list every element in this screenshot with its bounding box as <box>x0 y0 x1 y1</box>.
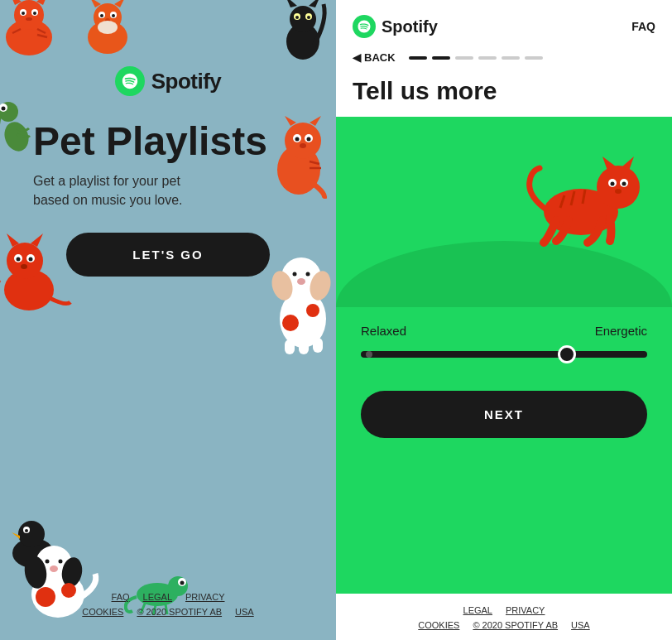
right-footer-privacy[interactable]: PRIVACY <box>506 605 545 615</box>
progress-dot-1 <box>409 56 427 60</box>
back-chevron-icon: ◀ <box>353 51 361 64</box>
svg-point-58 <box>307 269 334 303</box>
svg-point-79 <box>56 556 65 565</box>
right-footer-usa[interactable]: USA <box>571 620 590 630</box>
svg-point-50 <box>26 254 35 262</box>
spotify-logo: Spotify <box>115 66 222 96</box>
svg-point-100 <box>615 189 622 194</box>
right-spotify-icon <box>353 15 376 38</box>
svg-point-6 <box>22 12 25 15</box>
hero-subtitle: Get a playlist for your petbased on musi… <box>33 172 303 209</box>
svg-rect-66 <box>285 339 295 354</box>
right-footer-cookies[interactable]: COOKIES <box>418 620 459 630</box>
left-footer: FAQ LEGAL PRIVACY COOKIES © 2020 SPOTIFY… <box>0 592 336 617</box>
progress-indicator <box>409 56 543 60</box>
svg-point-20 <box>105 18 110 23</box>
progress-dot-4 <box>478 56 497 60</box>
svg-point-17 <box>110 12 117 18</box>
svg-point-7 <box>33 12 36 15</box>
svg-line-11 <box>12 29 21 33</box>
svg-point-64 <box>282 315 299 331</box>
svg-line-10 <box>37 35 47 37</box>
svg-marker-2 <box>10 0 22 5</box>
footer-privacy-link[interactable]: PRIVACY <box>185 592 224 602</box>
svg-point-82 <box>50 565 58 572</box>
svg-point-65 <box>306 304 319 317</box>
svg-marker-24 <box>286 0 297 7</box>
slider-right-label: Energetic <box>595 324 647 338</box>
svg-point-18 <box>100 14 103 17</box>
slider-section: Relaxed Energetic NEXT <box>336 307 672 594</box>
spotify-icon <box>115 66 145 96</box>
progress-dot-2 <box>432 56 450 60</box>
footer-usa-link[interactable]: USA <box>235 607 254 617</box>
svg-point-1 <box>14 0 44 30</box>
svg-point-70 <box>18 521 45 547</box>
svg-point-69 <box>12 538 54 568</box>
svg-point-22 <box>286 23 319 60</box>
cat-orange-topleft-icon <box>0 0 66 58</box>
footer-legal-link[interactable]: LEGAL <box>143 592 172 602</box>
svg-rect-68 <box>313 338 323 353</box>
right-nav: ◀ BACK <box>336 45 672 74</box>
svg-point-52 <box>29 257 33 262</box>
svg-point-75 <box>36 546 72 582</box>
footer-faq-link[interactable]: FAQ <box>112 592 130 602</box>
svg-point-12 <box>88 21 127 54</box>
right-faq-link[interactable]: FAQ <box>631 20 655 33</box>
svg-point-55 <box>280 290 326 348</box>
svg-point-88 <box>180 581 185 585</box>
slider-labels: Relaxed Energetic <box>361 324 647 338</box>
svg-marker-14 <box>90 0 101 7</box>
next-button[interactable]: NEXT <box>361 391 647 438</box>
svg-point-77 <box>60 556 84 589</box>
dog-white-icon <box>262 248 336 356</box>
cat-black-topright-icon <box>274 0 332 62</box>
spotify-brand-name: Spotify <box>151 69 222 94</box>
bird-black-icon <box>0 516 66 574</box>
svg-point-29 <box>307 16 310 19</box>
svg-point-46 <box>7 243 43 279</box>
slider-track[interactable] <box>361 351 647 358</box>
illustration-area <box>336 117 672 307</box>
slider-thumb[interactable] <box>558 345 576 363</box>
svg-point-62 <box>306 272 310 277</box>
page-title: Tell us more <box>336 74 672 117</box>
right-footer-copyright: © 2020 SPOTIFY AB <box>473 620 558 630</box>
svg-point-23 <box>290 6 316 32</box>
progress-dot-6 <box>525 56 543 60</box>
right-spotify-logo: Spotify <box>353 15 438 38</box>
svg-line-9 <box>37 29 46 33</box>
running-cat-icon <box>515 150 647 257</box>
svg-marker-3 <box>36 0 48 5</box>
svg-point-8 <box>26 17 32 21</box>
svg-point-56 <box>281 257 321 297</box>
svg-point-49 <box>14 254 22 262</box>
back-button[interactable]: ◀ BACK <box>353 51 396 64</box>
svg-point-26 <box>294 13 300 20</box>
right-header: Spotify FAQ <box>336 0 672 45</box>
slider-left-label: Relaxed <box>361 324 406 338</box>
lets-go-button[interactable]: LET'S GO <box>66 233 269 277</box>
svg-point-31 <box>0 102 18 122</box>
progress-dot-5 <box>502 56 520 60</box>
right-footer-legal[interactable]: LEGAL <box>463 605 492 615</box>
svg-point-72 <box>25 529 28 532</box>
svg-point-76 <box>22 554 50 590</box>
svg-point-78 <box>43 556 51 565</box>
svg-point-19 <box>112 14 115 17</box>
footer-cookies-link[interactable]: COOKIES <box>82 607 123 617</box>
svg-point-81 <box>59 560 63 564</box>
svg-point-4 <box>20 9 26 16</box>
cat-orange-top-icon <box>74 0 141 58</box>
svg-point-0 <box>6 19 52 55</box>
svg-point-28 <box>295 16 299 19</box>
back-label: BACK <box>364 51 396 64</box>
footer-copyright: © 2020 SPOTIFY AB <box>137 607 222 617</box>
svg-point-59 <box>290 269 299 277</box>
svg-point-16 <box>98 12 105 18</box>
svg-point-63 <box>297 278 305 285</box>
svg-point-33 <box>2 107 6 111</box>
svg-point-98 <box>611 182 615 186</box>
svg-marker-15 <box>114 0 125 7</box>
